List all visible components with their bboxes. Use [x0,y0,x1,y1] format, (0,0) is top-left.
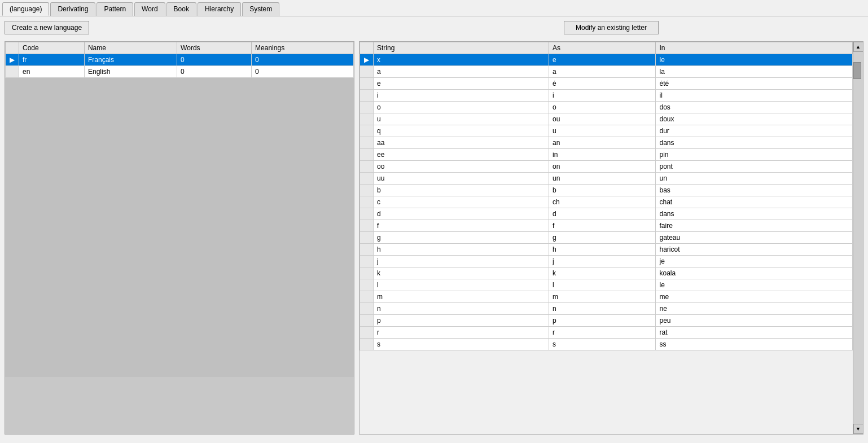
letter-row-22[interactable]: pppeu [360,315,853,327]
letter-row-16[interactable]: hhharicot [360,244,853,256]
letter-cell-in-14: faire [656,220,853,232]
letter-indicator-23 [360,327,374,339]
letter-indicator-21 [360,303,374,315]
letter-cell-string-14: f [374,220,549,232]
scroll-up-button[interactable]: ▲ [853,42,863,52]
letter-cell-as-23: r [549,327,656,339]
letter-row-21[interactable]: nnne [360,303,853,315]
letter-cell-as-16: h [549,244,656,256]
language-row-1[interactable]: enEnglish00 [6,66,354,78]
letter-cell-in-9: pont [656,161,853,173]
letter-indicator-16 [360,244,374,256]
letter-indicator-7 [360,137,374,149]
letter-indicator-18 [360,267,374,279]
letter-cell-string-12: c [374,196,549,208]
letter-indicator-17 [360,256,374,267]
letter-cell-string-9: oo [374,161,549,173]
letter-cell-in-19: le [656,279,853,291]
letter-cell-string-8: ee [374,149,549,161]
language-table: Code Name Words Meanings ▶frFrançais00en… [5,42,354,78]
letter-cell-in-6: dur [656,125,853,137]
left-panel: Create a new language Code Name Words Me… [5,21,354,435]
letter-cell-in-11: bas [656,185,853,196]
letter-cell-as-24: s [549,339,656,350]
letters-table: String As In ▶xeleaalaeéétéiiiloodosuoud… [360,42,853,350]
cell-words-0: 0 [177,54,252,66]
language-row-0[interactable]: ▶frFrançais00 [6,54,354,66]
tab-system[interactable]: System [242,2,279,16]
letter-row-9[interactable]: ooonpont [360,161,853,173]
tab-derivating[interactable]: Derivating [50,2,95,16]
letter-cell-in-1: la [656,66,853,78]
letter-row-6[interactable]: qudur [360,125,853,137]
letter-row-4[interactable]: oodos [360,102,853,113]
letter-indicator-12 [360,196,374,208]
letter-row-18[interactable]: kkkoala [360,267,853,279]
letter-indicator-14 [360,220,374,232]
cell-name-1: English [84,66,177,78]
col-name: Name [84,42,177,54]
letter-cell-as-18: k [549,267,656,279]
cell-name-0: Français [84,54,177,66]
letter-row-3[interactable]: iiil [360,90,853,102]
letter-row-12[interactable]: cchchat [360,196,853,208]
create-language-button[interactable]: Create a new language [5,21,89,34]
letter-cell-as-15: g [549,232,656,244]
letter-cell-in-4: dos [656,102,853,113]
right-panel-inner: String As In ▶xeleaalaeéétéiiiloodosuoud… [359,41,863,435]
letter-row-5[interactable]: uoudoux [360,113,853,125]
scrollbar-thumb[interactable] [853,62,861,79]
letter-row-1[interactable]: aala [360,66,853,78]
letter-cell-as-7: an [549,137,656,149]
letter-cell-in-18: koala [656,267,853,279]
letter-cell-as-3: i [549,90,656,102]
letter-indicator-24 [360,339,374,350]
letter-cell-in-22: peu [656,315,853,327]
right-table-scroll[interactable]: String As In ▶xeleaalaeéétéiiiloodosuoud… [360,42,853,434]
letter-indicator-6 [360,125,374,137]
letter-cell-as-2: é [549,78,656,90]
tab-pattern[interactable]: Pattern [97,2,133,16]
letter-cell-string-17: j [374,256,549,267]
tab-language[interactable]: (language) [2,2,49,16]
letter-cell-as-22: p [549,315,656,327]
letter-row-10[interactable]: uuunun [360,173,853,185]
modify-letter-button[interactable]: Modify an existing letter [564,21,659,34]
letter-cell-as-12: ch [549,196,656,208]
letter-row-8[interactable]: eeinpin [360,149,853,161]
right-data-area: String As In ▶xeleaalaeéétéiiiloodosuoud… [359,41,863,435]
letter-row-23[interactable]: rrrat [360,327,853,339]
letter-row-15[interactable]: gggateau [360,232,853,244]
tab-bar: (language)DerivatingPatternWordBookHiera… [0,0,868,16]
tab-hierarchy[interactable]: Hierarchy [198,2,241,16]
letter-row-11[interactable]: bbbas [360,185,853,196]
letter-row-14[interactable]: fffaire [360,220,853,232]
col-words: Words [177,42,252,54]
letter-row-7[interactable]: aaandans [360,137,853,149]
letter-indicator-15 [360,232,374,244]
col-indicator [6,42,19,54]
letter-cell-string-5: u [374,113,549,125]
letter-indicator-0: ▶ [360,54,374,66]
letter-row-24[interactable]: ssss [360,339,853,350]
letter-cell-as-13: d [549,208,656,220]
letter-row-2[interactable]: eéété [360,78,853,90]
letter-row-0[interactable]: ▶xele [360,54,853,66]
letter-indicator-20 [360,291,374,303]
letter-row-20[interactable]: mmme [360,291,853,303]
col-meanings: Meanings [252,42,354,54]
letter-row-19[interactable]: llle [360,279,853,291]
letter-row-17[interactable]: jjje [360,256,853,267]
letter-cell-in-24: ss [656,339,853,350]
letter-cell-string-19: l [374,279,549,291]
language-table-container: Code Name Words Meanings ▶frFrançais00en… [5,41,354,435]
letter-cell-as-17: j [549,256,656,267]
letter-row-13[interactable]: dddans [360,208,853,220]
letter-indicator-3 [360,90,374,102]
tab-word[interactable]: Word [134,2,165,16]
tab-book[interactable]: Book [166,2,196,16]
right-scrollbar[interactable]: ▲ ▼ [853,42,863,434]
letter-cell-in-17: je [656,256,853,267]
row-indicator-1 [6,66,19,78]
scroll-down-button[interactable]: ▼ [853,424,863,434]
